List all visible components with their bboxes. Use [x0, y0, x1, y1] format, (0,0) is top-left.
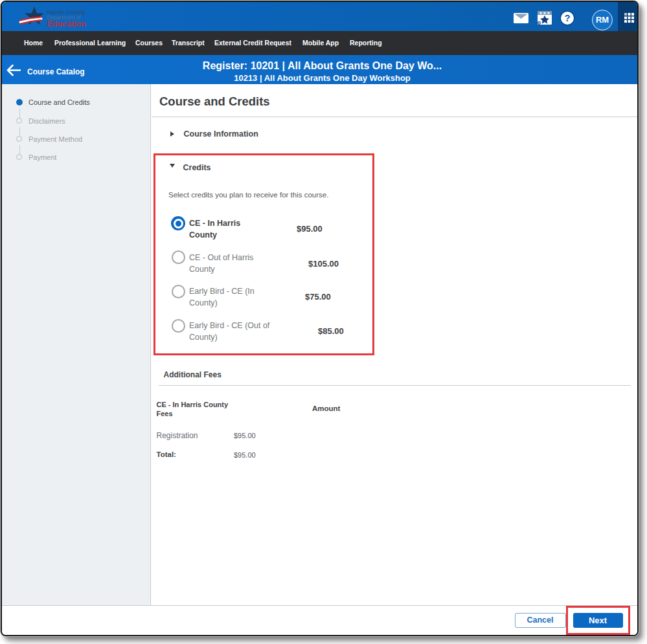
svg-text:Education: Education — [47, 19, 86, 28]
